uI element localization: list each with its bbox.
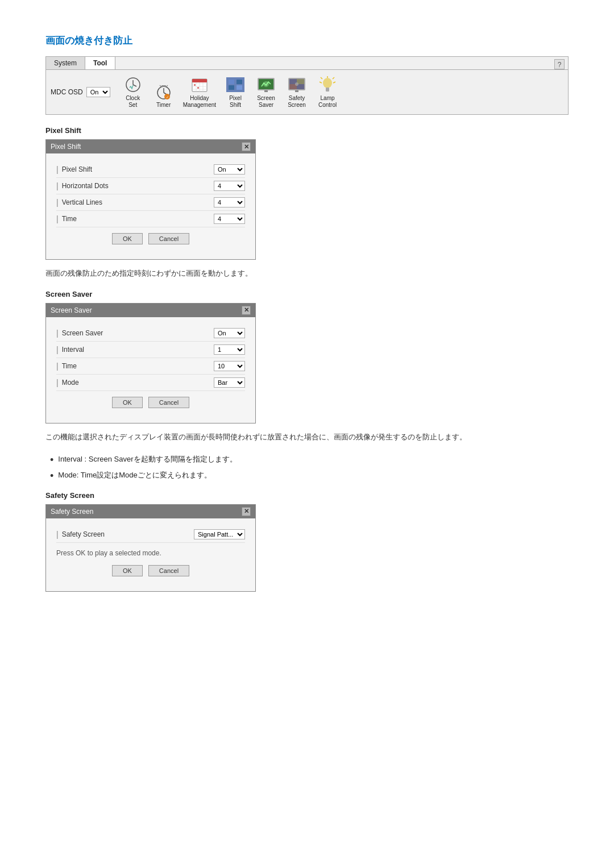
bullet-dot-0: • <box>50 455 53 465</box>
screen-saver-row-1: | Interval 125 <box>56 342 245 358</box>
screen-saver-select-0[interactable]: OnOff <box>214 328 245 338</box>
svg-text:✓: ✓ <box>165 95 168 99</box>
tab-system[interactable]: System <box>46 57 85 69</box>
screen-saver-dialog-title: Screen Saver <box>51 306 92 314</box>
screen-saver-row-0: | Screen Saver OnOff <box>56 325 245 342</box>
safety-screen-title-bar: Safety Screen ✕ <box>46 505 255 518</box>
safety-screen-control-0: Signal Patt... All White Scroll <box>194 529 245 539</box>
toolbar-item-clock-set[interactable]: ClockSet <box>118 73 148 111</box>
safety-screen-label: SafetyScreen <box>288 95 306 109</box>
clock-set-label: ClockSet <box>126 95 140 109</box>
toolbar-item-screen-saver[interactable]: ScreenSaver <box>251 73 281 111</box>
toolbar-item-timer[interactable]: ✓ Timer <box>149 80 179 111</box>
mdc-osd-control: MDC OSD On Off <box>51 87 110 97</box>
toolbar: System Tool ? MDC OSD On Off <box>45 56 569 115</box>
lamp-control-icon <box>317 76 338 94</box>
screen-saver-row-label-1: | Interval <box>56 345 214 354</box>
svg-rect-25 <box>237 85 242 90</box>
screen-saver-control-1: 125 <box>214 344 245 355</box>
holiday-label: HolidayManagement <box>183 95 216 109</box>
svg-line-41 <box>333 82 335 83</box>
pixel-shift-row-label-0: | Pixel Shift <box>56 165 214 174</box>
page-title: 画面の焼き付き防止 <box>45 34 569 47</box>
screen-saver-control-0: OnOff <box>214 328 245 338</box>
svg-line-40 <box>320 82 322 83</box>
safety-screen-close-button[interactable]: ✕ <box>242 507 251 516</box>
pixel-shift-dialog: Pixel Shift ✕ | Pixel Shift OnOff | Hori… <box>45 139 256 260</box>
safety-screen-row-label-0: | Safety Screen <box>56 530 194 539</box>
svg-rect-21 <box>226 77 244 92</box>
toolbar-item-lamp-control[interactable]: LampControl <box>313 73 342 111</box>
svg-point-38 <box>323 78 332 88</box>
screen-saver-row-label-2: | Time <box>56 362 214 371</box>
screen-saver-section-title: Screen Saver <box>45 290 569 298</box>
svg-line-43 <box>321 77 322 79</box>
bullet-dot-1: • <box>50 471 53 481</box>
screen-saver-select-1[interactable]: 125 <box>214 344 245 355</box>
bullet-text-1: Mode: Time設定はModeごとに変えられます。 <box>58 470 211 481</box>
safety-screen-row-0: | Safety Screen Signal Patt... All White… <box>56 526 245 543</box>
screen-saver-select-3[interactable]: BarGradationErasing <box>214 377 245 388</box>
screen-saver-select-2[interactable]: 102030 <box>214 361 245 371</box>
safety-screen-dialog-title: Safety Screen <box>51 508 93 516</box>
svg-rect-22 <box>229 80 234 84</box>
pixel-shift-dialog-title: Pixel Shift <box>51 143 81 151</box>
toolbar-item-pixel-shift[interactable]: PixelShift <box>221 73 250 111</box>
svg-line-7 <box>160 85 161 86</box>
toolbar-body: MDC OSD On Off ClockSet <box>46 70 568 114</box>
pixel-shift-ok-button[interactable]: OK <box>112 233 143 244</box>
screen-saver-dialog-body: | Screen Saver OnOff | Interval 125 <box>46 317 255 423</box>
pixel-shift-icon <box>225 76 246 94</box>
svg-line-44 <box>333 77 334 79</box>
pixel-shift-select-2[interactable]: 4123 <box>214 197 245 207</box>
bullet-item-0: • Interval : Screen Saverを起動する間隔を指定します。 <box>50 454 569 465</box>
svg-line-8 <box>167 85 168 86</box>
pixel-shift-close-button[interactable]: ✕ <box>242 142 251 151</box>
timer-label: Timer <box>156 102 171 109</box>
safety-screen-dialog-body: | Safety Screen Signal Patt... All White… <box>46 518 255 591</box>
toolbar-item-safety-screen[interactable]: SafetyScreen <box>282 73 312 111</box>
pixel-shift-select-1[interactable]: 4123 <box>214 181 245 191</box>
pixel-shift-control-1: 4123 <box>214 181 245 191</box>
lamp-control-label: LampControl <box>318 95 337 109</box>
svg-line-2 <box>133 85 136 86</box>
safety-screen-section-title: Safety Screen <box>45 491 569 500</box>
pixel-shift-row-2: | Vertical Lines 4123 <box>56 194 245 211</box>
svg-rect-20 <box>197 87 199 89</box>
pixel-shift-description: 画面の残像防止のため指定時刻にわずかに画面を動かします。 <box>45 268 569 280</box>
tab-tool[interactable]: Tool <box>85 57 115 69</box>
pixel-shift-row-0: | Pixel Shift OnOff <box>56 161 245 178</box>
screen-saver-icon <box>256 76 276 94</box>
screen-saver-row-3: | Mode BarGradationErasing <box>56 375 245 391</box>
pixel-shift-control-0: OnOff <box>214 164 245 175</box>
safety-screen-cancel-button[interactable]: Cancel <box>148 565 189 576</box>
screen-saver-row-label-3: | Mode <box>56 378 214 387</box>
toolbar-items: ClockSet ✓ Timer <box>118 73 342 111</box>
screen-saver-cancel-button[interactable]: Cancel <box>148 397 189 408</box>
safety-screen-icon <box>287 76 307 94</box>
mdc-osd-dropdown[interactable]: On Off <box>86 87 110 97</box>
pixel-shift-select-0[interactable]: OnOff <box>214 164 245 175</box>
screen-saver-close-button[interactable]: ✕ <box>242 306 251 315</box>
toolbar-item-holiday[interactable]: HolidayManagement <box>180 73 219 111</box>
screen-saver-ok-button[interactable]: OK <box>112 397 143 408</box>
screen-saver-row-label-0: | Screen Saver <box>56 329 214 338</box>
pixel-shift-row-1: | Horizontal Dots 4123 <box>56 178 245 194</box>
svg-point-36 <box>295 82 298 86</box>
pixel-shift-title-bar: Pixel Shift ✕ <box>46 140 255 153</box>
screen-saver-bullets: • Interval : Screen Saverを起動する間隔を指定します。 … <box>45 454 569 481</box>
bullet-item-1: • Mode: Time設定はModeごとに変えられます。 <box>50 470 569 481</box>
timer-icon: ✓ <box>154 82 174 101</box>
safety-screen-select-0[interactable]: Signal Patt... All White Scroll <box>194 529 245 539</box>
pixel-shift-row-label-1: | Horizontal Dots <box>56 181 214 190</box>
svg-rect-12 <box>192 79 207 82</box>
help-button[interactable]: ? <box>554 59 565 69</box>
pixel-shift-dialog-body: | Pixel Shift OnOff | Horizontal Dots 41… <box>46 153 255 259</box>
safety-screen-ok-button[interactable]: OK <box>112 565 143 576</box>
svg-rect-24 <box>229 85 234 90</box>
pixel-shift-label: PixelShift <box>229 95 242 109</box>
pixel-shift-select-3[interactable]: 4123 <box>214 214 245 224</box>
svg-rect-39 <box>326 88 329 92</box>
pixel-shift-cancel-button[interactable]: Cancel <box>148 233 189 244</box>
screen-saver-dialog: Screen Saver ✕ | Screen Saver OnOff | In… <box>45 303 256 423</box>
